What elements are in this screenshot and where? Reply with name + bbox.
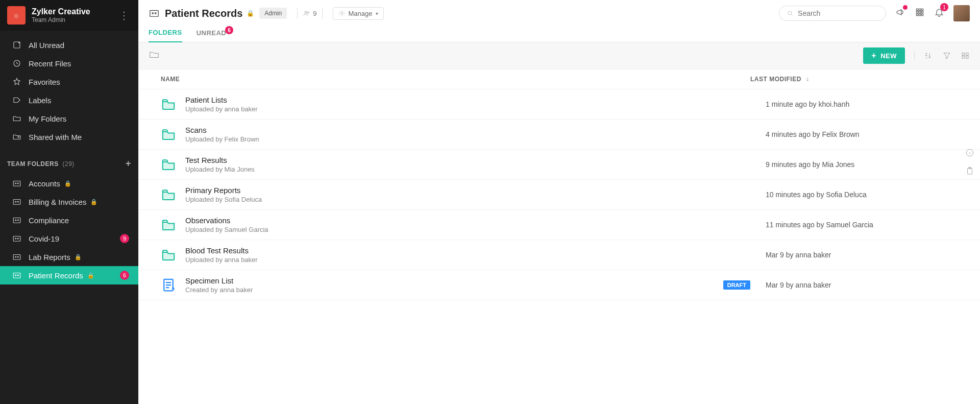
caret-down-icon: ▾	[376, 11, 378, 16]
search-input[interactable]	[798, 9, 878, 17]
team-item-label: Lab Reports	[29, 253, 70, 262]
table-row[interactable]: ObservationsUploaded by Samuel Garcia11 …	[138, 210, 980, 240]
sidebar-nav: All Unread Recent Files Favorites Labels…	[0, 31, 138, 151]
teamfolder-icon	[12, 271, 21, 280]
unread-badge: 9	[120, 234, 129, 243]
nav-label: Shared with Me	[29, 133, 82, 141]
svg-point-7	[15, 201, 16, 202]
row-modified: 9 minutes ago by Mia Jones	[766, 160, 970, 169]
tab-folders[interactable]: FOLDERS	[149, 29, 182, 42]
tabs: FOLDERS UNREAD 6	[138, 21, 980, 42]
svg-point-1	[18, 42, 20, 43]
svg-point-22	[152, 13, 154, 14]
announce-button[interactable]	[895, 7, 905, 19]
row-title: Specimen List	[185, 276, 723, 285]
sort-az-icon[interactable]	[924, 51, 933, 60]
column-modified[interactable]: LAST MODIFIED	[750, 76, 970, 83]
svg-point-20	[17, 275, 18, 276]
lock-icon: 🔒	[64, 180, 71, 187]
gear-icon	[338, 10, 346, 17]
row-modified: Mar 9 by anna baker	[766, 251, 970, 259]
table-header: NAME LAST MODIFIED	[138, 69, 980, 89]
add-team-folder-button[interactable]: +	[126, 158, 131, 169]
svg-point-4	[15, 183, 16, 184]
team-item-compliance[interactable]: Compliance	[0, 211, 138, 229]
view-icon[interactable]	[961, 51, 970, 60]
team-item-patient-records[interactable]: Patient Records 🔒 6	[0, 266, 138, 284]
nav-all-unread[interactable]: All Unread	[0, 36, 138, 54]
teamfolder-icon	[12, 179, 21, 188]
sidebar: ◇ Zylker Creative Team Admin ⋮ All Unrea…	[0, 0, 138, 404]
table-row[interactable]: Patient ListsUploaded by anna baker1 min…	[138, 89, 980, 120]
nav-my-folders[interactable]: My Folders	[0, 109, 138, 128]
row-subtitle: Uploaded by anna baker	[185, 256, 766, 264]
members-count[interactable]: 9	[303, 9, 316, 17]
tag-icon	[12, 96, 21, 105]
svg-rect-30	[921, 9, 923, 10]
nav-favorites[interactable]: Favorites	[0, 73, 138, 91]
svg-point-11	[17, 220, 18, 221]
svg-point-8	[17, 201, 18, 202]
table-row[interactable]: ScansUploaded by Felix Brown4 minutes ag…	[138, 120, 980, 150]
dot-badge	[903, 5, 908, 10]
folder-icon[interactable]	[149, 49, 160, 62]
row-main: Primary ReportsUploaded by Sofia Deluca	[185, 186, 766, 203]
folder-icon	[161, 97, 176, 112]
user-avatar[interactable]	[953, 5, 970, 21]
folder-icon	[12, 114, 21, 123]
brand-subtitle: Team Admin	[32, 16, 117, 23]
svg-point-27	[788, 11, 792, 15]
folder-icon	[161, 157, 176, 172]
team-item-covid[interactable]: Covid-19 9	[0, 229, 138, 248]
svg-rect-34	[916, 14, 918, 15]
folder-icon	[161, 217, 176, 232]
folder-icon	[161, 247, 176, 263]
team-item-lab[interactable]: Lab Reports 🔒	[0, 248, 138, 266]
table-row[interactable]: Specimen ListCreated by anna bakerDRAFTM…	[138, 270, 980, 300]
notification-badge: 1	[940, 3, 948, 11]
filter-icon[interactable]	[942, 51, 951, 60]
row-main: Test ResultsUploaded by Mia Jones	[185, 156, 766, 173]
lock-icon: 🔒	[87, 272, 94, 279]
nav-labels[interactable]: Labels	[0, 91, 138, 109]
tab-unread[interactable]: UNREAD 6	[197, 29, 227, 42]
table-row[interactable]: Primary ReportsUploaded by Sofia Deluca1…	[138, 180, 980, 210]
nav-label: Recent Files	[29, 59, 71, 68]
people-icon	[303, 9, 311, 17]
folder-icon	[161, 187, 176, 202]
unread-badge: 6	[120, 271, 129, 280]
table-row[interactable]: Test ResultsUploaded by Mia Jones9 minut…	[138, 150, 980, 180]
svg-point-23	[155, 13, 156, 14]
team-item-billing[interactable]: Billing & Invoices 🔒	[0, 193, 138, 211]
apps-button[interactable]	[915, 7, 925, 19]
teamfolder-icon	[149, 8, 160, 19]
manage-button[interactable]: Manage ▾	[333, 7, 384, 20]
sidebar-menu-button[interactable]: ⋮	[117, 7, 131, 23]
draft-badge: DRAFT	[723, 280, 750, 290]
svg-point-16	[15, 256, 16, 257]
notifications-button[interactable]: 1	[934, 7, 944, 19]
search-box[interactable]	[779, 6, 886, 21]
main: Patient Records 🔒 Admin 9 Manage ▾	[138, 0, 980, 404]
team-item-accounts[interactable]: Accounts 🔒	[0, 174, 138, 193]
svg-rect-12	[13, 236, 20, 242]
nav-recent-files[interactable]: Recent Files	[0, 54, 138, 73]
info-icon[interactable]	[965, 148, 974, 157]
divider	[322, 8, 323, 19]
team-item-label: Compliance	[29, 216, 69, 225]
row-main: ScansUploaded by Felix Brown	[185, 126, 766, 143]
tab-badge: 6	[225, 26, 233, 34]
column-name[interactable]: NAME	[161, 76, 750, 83]
row-main: ObservationsUploaded by Samuel Garcia	[185, 216, 766, 233]
table-body: Patient ListsUploaded by anna baker1 min…	[138, 89, 980, 404]
table-row[interactable]: Blood Test ResultsUploaded by anna baker…	[138, 240, 980, 270]
topbar: Patient Records 🔒 Admin 9 Manage ▾	[138, 0, 980, 21]
nav-shared[interactable]: Shared with Me	[0, 128, 138, 146]
svg-point-19	[15, 275, 16, 276]
row-subtitle: Uploaded by Samuel Garcia	[185, 226, 766, 233]
team-item-label: Patient Records	[29, 271, 83, 280]
svg-rect-9	[13, 218, 20, 223]
clipboard-icon[interactable]	[965, 167, 974, 176]
new-button[interactable]: + NEW	[863, 47, 905, 64]
toolbar: + NEW	[138, 42, 980, 69]
